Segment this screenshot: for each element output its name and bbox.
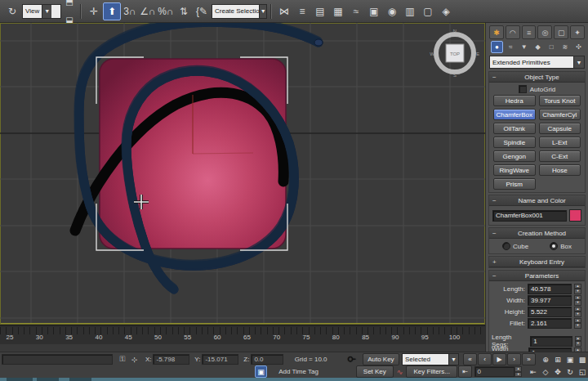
select-and-rotate-icon[interactable]: ↻ <box>3 2 21 20</box>
object-type-button-l-ext[interactable]: L-Ext <box>539 137 581 148</box>
top-viewport[interactable]: N E S W TOP <box>0 23 485 325</box>
parameter-value-field[interactable]: 40.578 <box>528 284 572 294</box>
graphite-tools-icon[interactable]: ▦ <box>329 2 347 20</box>
go-to-start-button[interactable]: « <box>463 353 477 365</box>
tab-display[interactable]: ▢ <box>554 25 568 39</box>
set-key-button[interactable]: Set Key <box>356 365 394 378</box>
snap-toggle-3d-icon[interactable]: 3∩ <box>121 2 139 20</box>
select-and-move-small-icon[interactable]: ✛ <box>85 2 103 20</box>
align-icon[interactable]: ≡ <box>293 2 311 20</box>
rollout-parameters-header[interactable]: − Parameters <box>489 271 585 281</box>
object-type-button-gengon[interactable]: Gengon <box>493 150 536 162</box>
tab-motion[interactable]: ◎ <box>537 25 552 39</box>
autogrid-checkbox[interactable] <box>519 85 527 93</box>
radio-dot[interactable] <box>502 242 510 250</box>
previous-frame-button[interactable]: ‹ <box>478 353 492 365</box>
zoom-extents-icon[interactable]: ▣ <box>564 354 576 365</box>
zoom-region-icon[interactable]: ◇ <box>540 366 551 377</box>
viewcube[interactable]: N E S W TOP <box>430 29 479 78</box>
key-mode-toggle-icon[interactable]: ⇤ <box>528 366 539 377</box>
curve-editor-icon[interactable]: ≈ <box>347 2 365 20</box>
creation-method-box[interactable]: Box <box>550 242 572 250</box>
creation-method-cube[interactable]: Cube <box>502 242 528 250</box>
track-bar[interactable] <box>0 344 485 352</box>
object-name-field[interactable]: ChamferBox001 <box>492 210 567 222</box>
add-time-tag[interactable]: Add Time Tag <box>278 368 333 375</box>
use-pivot-point-icon[interactable]: ⬒ <box>62 0 77 11</box>
object-color-swatch[interactable] <box>569 209 581 222</box>
parameter-spinner[interactable]: ▲▼ <box>575 336 581 347</box>
rollout-keyboard-entry-header[interactable]: + Keyboard Entry <box>489 257 585 267</box>
percent-snap-icon[interactable]: %∩ <box>157 2 175 20</box>
category-shapes[interactable]: ≈ <box>505 41 517 53</box>
object-type-button-hedra[interactable]: Hedra <box>493 95 536 106</box>
time-slider-ruler[interactable]: 253035404550556065707580859095100 <box>0 326 485 345</box>
maxscript-mini-listener[interactable] <box>2 354 113 365</box>
rollout-creation-method-header[interactable]: − Creation Method <box>489 228 585 239</box>
object-type-button-chamfercyl[interactable]: ChamferCyl <box>539 109 581 120</box>
edit-named-selection-sets-icon[interactable]: {✎ <box>193 2 211 20</box>
zoom-extents-all-icon[interactable]: ▩ <box>577 354 588 365</box>
selection-lock-icon[interactable]: ⚿ <box>116 354 128 365</box>
parameter-spinner[interactable]: ▲▼ <box>574 318 581 329</box>
tab-create[interactable]: ✱ <box>489 25 504 39</box>
key-filters-button[interactable]: Key Filters... <box>406 365 457 378</box>
frame-spinner[interactable]: ▲▼ <box>514 366 522 377</box>
spinner-snap-icon[interactable]: ⇅ <box>175 2 193 20</box>
subcategory-dropdown[interactable]: Extended Primitives ▼ <box>489 56 585 69</box>
parameter-value-field[interactable]: 39.977 <box>528 295 572 306</box>
absolute-mode-icon[interactable]: ⊹ <box>128 354 140 365</box>
angle-snap-icon[interactable]: ∠∩ <box>139 2 157 20</box>
object-type-button-capsule[interactable]: Capsule <box>539 123 581 134</box>
reference-coordinate-dropdown[interactable]: View ▼ <box>22 4 61 19</box>
selection-filter-dropdown[interactable]: Selected ▼ <box>402 353 459 365</box>
key-mode-toggle-icon[interactable]: ⇤ <box>458 365 471 378</box>
schematic-view-icon[interactable]: ▣ <box>365 2 383 20</box>
set-key-curve-icon[interactable]: ∿ <box>394 366 406 377</box>
render-setup-icon[interactable]: ▥ <box>401 2 419 20</box>
viewcube-top-face[interactable]: TOP <box>450 52 460 56</box>
z-coordinate-field[interactable]: 0.0 <box>251 354 283 365</box>
tab-hierarchy[interactable]: ≡ <box>522 25 537 39</box>
go-to-end-button[interactable]: » <box>522 353 536 365</box>
mirror-icon[interactable]: ⋈ <box>275 2 293 20</box>
object-type-button-prism[interactable]: Prism <box>493 178 536 190</box>
object-type-button-ringwave[interactable]: RingWave <box>493 164 536 176</box>
parameter-spinner[interactable]: ▲▼ <box>574 307 581 317</box>
named-selection-set-dropdown[interactable]: Create Selection Set ▼ <box>212 4 267 19</box>
object-type-button-hose[interactable]: Hose <box>539 164 581 176</box>
tab-utilities[interactable]: ✦ <box>570 25 585 39</box>
category-helpers[interactable]: □ <box>546 41 558 53</box>
category-systems[interactable]: ✣ <box>572 41 585 53</box>
zoom-icon[interactable]: ⊕ <box>540 354 551 365</box>
tab-modify[interactable]: ◠ <box>506 25 520 39</box>
rendered-frame-icon[interactable]: ▢ <box>419 2 437 20</box>
orbit-icon[interactable]: ↻ <box>564 366 576 377</box>
object-type-button-chamferbox[interactable]: ChamferBox <box>493 109 536 120</box>
pan-hand-icon[interactable]: ✥ <box>552 366 564 377</box>
select-and-manipulate-icon[interactable]: ⬆ <box>103 2 121 20</box>
radio-dot[interactable] <box>550 242 558 250</box>
current-frame-field[interactable]: 0 <box>474 366 515 377</box>
render-production-icon[interactable]: ◈ <box>437 2 455 20</box>
parameter-spinner[interactable]: ▲▼ <box>574 284 581 294</box>
category-lights[interactable]: ▼ <box>518 41 530 53</box>
category-cameras[interactable]: ◆ <box>532 41 544 53</box>
layer-manager-icon[interactable]: ▤ <box>311 2 329 20</box>
category-spacewarps[interactable]: ≋ <box>559 41 572 53</box>
next-frame-button[interactable]: › <box>507 353 521 365</box>
object-type-button-oiltank[interactable]: OilTank <box>493 123 536 134</box>
object-type-button-torus knot[interactable]: Torus Knot <box>539 95 581 106</box>
auto-key-button[interactable]: Auto Key <box>363 353 399 365</box>
parameter-value-field[interactable]: 2.161 <box>528 318 572 329</box>
rollout-name-color-header[interactable]: − Name and Color <box>489 195 585 206</box>
material-editor-icon[interactable]: ◉ <box>383 2 401 20</box>
maximize-viewport-icon[interactable]: ◱ <box>577 366 588 377</box>
object-type-button-spindle[interactable]: Spindle <box>493 137 536 148</box>
play-button[interactable]: ▶ <box>492 353 506 365</box>
parameter-value-field[interactable]: 5.522 <box>528 307 572 317</box>
parameter-spinner[interactable]: ▲▼ <box>574 295 581 306</box>
y-coordinate-field[interactable]: -15.071 <box>202 354 238 365</box>
category-geometry[interactable]: ● <box>491 41 503 53</box>
rollout-object-type-header[interactable]: − Object Type <box>489 72 585 83</box>
